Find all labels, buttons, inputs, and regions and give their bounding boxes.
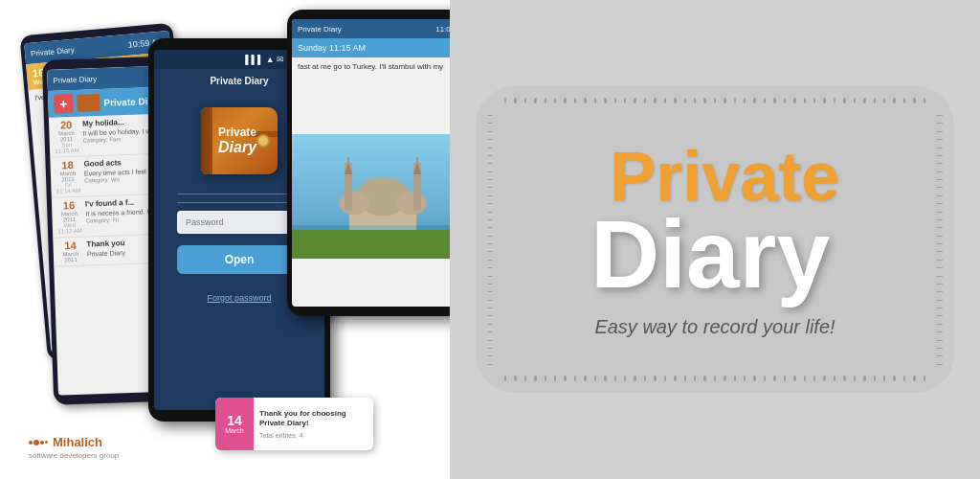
entry-date-box-1: 20 March 2011 Sun 11:15 AM	[53, 120, 80, 154]
phone-right-text: fast at me go to Turkey. I'll stambul wi…	[292, 57, 474, 134]
forgot-password-link[interactable]: Forgot password	[207, 293, 271, 303]
diary-book-icon: Private Diary	[201, 107, 278, 174]
open-button[interactable]: Open	[177, 245, 301, 274]
phone-middle-app-name: Private Diary	[53, 75, 97, 85]
mosque-image	[292, 134, 474, 259]
entry-time-3: 11:12 AM	[56, 228, 83, 235]
book-spine	[201, 107, 212, 174]
phone-right-statusbar: Private Diary 11:04 AM	[292, 19, 474, 38]
dots-left	[487, 115, 493, 364]
phone-right-body: fast at me go to Turkey. I'll stambul wi…	[298, 62, 443, 71]
mihalich-brand: Mihalich	[29, 435, 119, 449]
svg-point-5	[396, 192, 427, 215]
logo-dot-1	[29, 441, 33, 445]
logo-dot-3	[40, 441, 44, 445]
book-private-text: Private	[218, 126, 256, 139]
notification-total: Total entries: 4	[259, 432, 368, 439]
divider-line-1	[177, 194, 301, 194]
brand-tagline: Easy way to record your life!	[594, 316, 835, 338]
signal-icon: ▌▌▌ ▲ ✉	[245, 55, 284, 64]
notification-title: Thank you for choosing Private Diary!	[259, 409, 368, 429]
password-input[interactable]	[177, 211, 301, 234]
book-text: Private Diary	[218, 126, 256, 156]
phone-right-date: Sunday 11:15 AM	[292, 38, 474, 57]
notification-day: 14	[227, 414, 242, 427]
entry-date-box-4: 14 March 2011	[56, 240, 84, 263]
svg-point-4	[339, 192, 369, 215]
divider-lines	[177, 194, 301, 203]
entry-time-2: 11:14 AM	[55, 188, 81, 194]
divider-line-2	[177, 202, 301, 203]
logo-dot-2	[33, 440, 39, 445]
phone-right-screen: Private Diary 11:04 AM Sunday 11:15 AM f…	[292, 19, 474, 307]
entry-date-box-2: 18 March 2011 Fri 11:14 AM	[54, 160, 81, 194]
diary-icon-small	[77, 94, 100, 112]
book-diary-text: Diary	[218, 139, 256, 156]
dots-right	[937, 115, 943, 364]
svg-rect-12	[292, 230, 474, 259]
entry-time-1: 11:15 AM	[54, 148, 80, 154]
logo-dot-4	[45, 441, 48, 444]
book-clasp	[256, 134, 270, 148]
dots-top	[504, 98, 925, 103]
brand-box: Private Diary Easy way to record your li…	[476, 86, 954, 393]
mihalich-sub: software developers group	[29, 451, 119, 460]
phone-right-date-text: Sunday 11:15 AM	[298, 43, 366, 53]
phone-back-title-label: Private Diary	[31, 45, 75, 57]
notification-content: Thank you for choosing Private Diary! To…	[254, 398, 373, 450]
notification-month: March	[225, 427, 243, 434]
notification-date: 14 March	[215, 398, 254, 450]
entry-year-4: 2011	[57, 257, 84, 263]
left-panel: Private Diary 10:59 AM 16 March 2011 Wed…	[0, 0, 450, 479]
book-cover: Private Diary	[201, 107, 278, 174]
notification-popup: 14 March Thank you for choosing Private …	[215, 398, 373, 450]
logo-dots	[29, 440, 48, 445]
add-entry-button[interactable]: +	[54, 94, 74, 114]
front-app-name: Private Diary	[210, 76, 268, 86]
mihalich-logo: Mihalich software developers group	[29, 435, 119, 460]
svg-rect-13	[292, 225, 474, 230]
phones-container: Private Diary 10:59 AM 16 March 2011 Wed…	[19, 10, 450, 460]
dots-bottom	[504, 376, 925, 381]
entry-date-box-3: 16 March 2011 Wed 11:12 AM	[56, 200, 83, 235]
brand-content: Private Diary Easy way to record your li…	[552, 142, 878, 338]
mihalich-name: Mihalich	[53, 435, 102, 449]
password-container	[177, 211, 301, 234]
right-app-name: Private Diary	[298, 25, 342, 34]
mosque-svg	[292, 134, 474, 259]
right-panel: Private Diary Easy way to record your li…	[450, 0, 980, 479]
brand-diary-text: Diary	[590, 211, 830, 297]
